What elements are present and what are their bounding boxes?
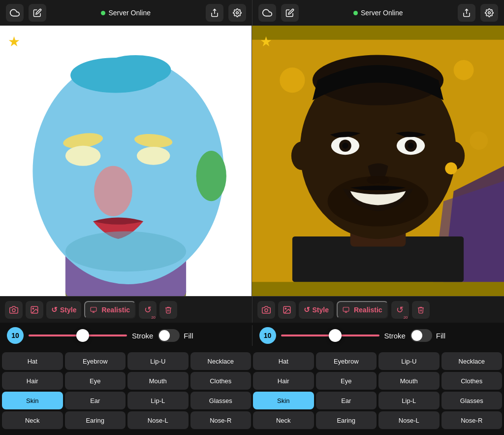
server-status-right: Server Online: [304, 9, 453, 17]
delete-btn-left[interactable]: [159, 301, 177, 319]
categories-wrapper: HatEyebrowLip-UNecklaceHairEyeMouthCloth…: [0, 352, 504, 431]
undo-btn-right[interactable]: ↺ 20: [391, 301, 409, 319]
cat-btn-ear[interactable]: Ear: [65, 392, 126, 409]
edit-icon-left[interactable]: [29, 4, 46, 22]
cat-btn-earing[interactable]: Earing: [316, 411, 377, 429]
svg-rect-47: [343, 307, 349, 311]
drawing-panel[interactable]: ★: [0, 26, 252, 296]
server-text-left: Server Online: [108, 9, 151, 17]
categories-left: HatEyebrowLip-UNecklaceHairEyeMouthCloth…: [2, 352, 251, 429]
drawing-canvas[interactable]: ★: [0, 26, 252, 296]
svg-point-21: [470, 132, 488, 150]
slider-thumb-right[interactable]: [329, 329, 342, 342]
cat-btn-mouth[interactable]: Mouth: [127, 372, 189, 390]
cat-btn-hat[interactable]: Hat: [253, 352, 314, 370]
svg-rect-41: [91, 307, 97, 311]
svg-point-38: [12, 308, 15, 311]
cat-btn-nose-l[interactable]: Nose-L: [127, 411, 189, 429]
edit-icon-right[interactable]: [281, 4, 299, 22]
share-icon-right[interactable]: [458, 4, 475, 22]
svg-point-3: [488, 12, 491, 14]
cat-btn-necklace[interactable]: Necklace: [441, 352, 503, 370]
photo-display: ★: [252, 26, 504, 296]
image-panels: ★: [0, 26, 504, 296]
top-bar-right: Server Online: [252, 0, 504, 26]
cat-btn-nose-r[interactable]: Nose-R: [190, 411, 252, 429]
svg-point-1: [236, 12, 238, 14]
toolbar: ↺ Style Realistic ↺ 20: [0, 296, 504, 323]
server-text-right: Server Online: [361, 9, 403, 17]
cat-btn-eyebrow[interactable]: Eyebrow: [316, 352, 377, 370]
toolbar-left: ↺ Style Realistic ↺ 20: [0, 297, 252, 323]
cat-btn-nose-l[interactable]: Nose-L: [378, 411, 440, 429]
cat-btn-lip-u[interactable]: Lip-U: [127, 352, 189, 370]
categories-section: HatEyebrowLip-UNecklaceHairEyeMouthCloth…: [0, 348, 504, 435]
stroke-left: 10 Stroke Fill: [0, 327, 252, 344]
svg-point-46: [285, 308, 286, 309]
share-icon-left[interactable]: [206, 4, 223, 22]
settings-icon-right[interactable]: [480, 4, 498, 22]
top-bar: Server Online: [0, 0, 504, 26]
cat-btn-lip-l[interactable]: Lip-L: [127, 392, 189, 409]
style-btn-right[interactable]: ↺ Style: [299, 301, 334, 319]
fill-toggle-left[interactable]: Fill: [158, 329, 193, 342]
svg-point-26: [291, 142, 312, 170]
slider-thumb-left[interactable]: [76, 329, 89, 342]
cat-btn-skin[interactable]: Skin: [2, 392, 63, 409]
cat-btn-skin[interactable]: Skin: [253, 392, 314, 409]
svg-point-20: [454, 60, 474, 80]
cat-btn-eye[interactable]: Eye: [65, 372, 126, 390]
svg-point-10: [100, 55, 171, 85]
cat-btn-glasses[interactable]: Glasses: [190, 392, 252, 409]
photo-svg: [252, 26, 504, 296]
cat-btn-neck[interactable]: Neck: [2, 411, 63, 429]
svg-point-44: [265, 308, 268, 311]
cat-btn-clothes[interactable]: Clothes: [441, 372, 503, 390]
cat-btn-lip-l[interactable]: Lip-L: [378, 392, 440, 409]
fill-toggle-right[interactable]: Fill: [410, 329, 445, 342]
top-bar-left: Server Online: [0, 0, 252, 26]
style-icon-right: ↺: [304, 305, 310, 314]
cloud-icon-right[interactable]: [258, 4, 276, 22]
cat-btn-hair[interactable]: Hair: [253, 372, 314, 390]
camera-btn-right[interactable]: [257, 301, 275, 319]
toggle-left[interactable]: [158, 329, 180, 342]
cat-btn-nose-r[interactable]: Nose-R: [441, 411, 503, 429]
stroke-label-right: Stroke: [384, 332, 406, 340]
toggle-right[interactable]: [410, 329, 432, 342]
cat-btn-hat[interactable]: Hat: [2, 352, 63, 370]
realistic-btn-right[interactable]: Realistic: [337, 301, 388, 319]
cloud-icon-left[interactable]: [6, 4, 24, 22]
settings-icon-left[interactable]: [228, 4, 246, 22]
face-drawing-svg: [0, 26, 252, 296]
stroke-value-left: 10: [7, 327, 24, 344]
cat-btn-eyebrow[interactable]: Eyebrow: [65, 352, 126, 370]
camera-btn-left[interactable]: [5, 301, 23, 319]
undo-btn-left[interactable]: ↺ 20: [139, 301, 157, 319]
stroke-label-left: Stroke: [132, 332, 153, 340]
cat-btn-hair[interactable]: Hair: [2, 372, 63, 390]
photo-panel: ★: [252, 26, 504, 296]
svg-point-31: [342, 143, 348, 149]
cat-btn-glasses[interactable]: Glasses: [441, 392, 503, 409]
style-btn-left[interactable]: ↺ Style: [46, 301, 81, 319]
gallery-btn-right[interactable]: [278, 301, 296, 319]
cat-btn-necklace[interactable]: Necklace: [190, 352, 252, 370]
categories-right: HatEyebrowLip-UNecklaceHairEyeMouthCloth…: [253, 352, 502, 429]
stroke-right: 10 Stroke Fill: [252, 327, 504, 344]
cat-btn-lip-u[interactable]: Lip-U: [378, 352, 440, 370]
cat-btn-clothes[interactable]: Clothes: [190, 372, 252, 390]
cat-btn-mouth[interactable]: Mouth: [378, 372, 440, 390]
cat-btn-earing[interactable]: Earing: [65, 411, 126, 429]
svg-point-19: [280, 67, 305, 93]
svg-point-13: [65, 146, 101, 166]
delete-btn-right[interactable]: [412, 301, 430, 319]
realistic-btn-left[interactable]: Realistic: [84, 301, 136, 319]
stroke-slider-right[interactable]: [281, 335, 379, 336]
cat-btn-eye[interactable]: Eye: [316, 372, 377, 390]
cat-btn-ear[interactable]: Ear: [316, 392, 377, 409]
cat-btn-neck[interactable]: Neck: [253, 411, 314, 429]
fill-label-left: Fill: [184, 332, 193, 340]
stroke-slider-left[interactable]: [29, 335, 127, 336]
gallery-btn-left[interactable]: [26, 301, 43, 319]
